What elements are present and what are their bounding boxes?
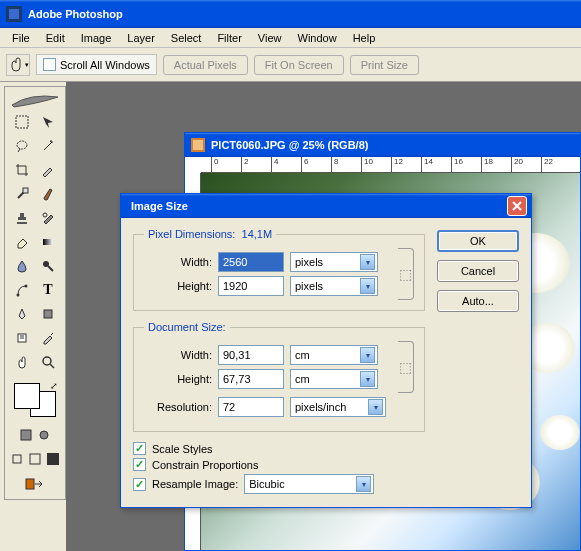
doc-width-unit-select[interactable]: cm ▾ [290,345,378,365]
svg-rect-15 [13,455,21,463]
pen-tool[interactable] [10,303,34,325]
stamp-tool[interactable] [10,207,34,229]
document-size-group: Document Size: Width: cm ▾ [133,321,425,432]
marquee-tool[interactable] [10,111,34,133]
doc-height-unit-select[interactable]: cm ▾ [290,369,378,389]
feather-icon [10,91,60,109]
pixel-width-unit-select[interactable]: pixels ▾ [290,252,378,272]
svg-point-5 [43,213,47,217]
doc-height-label: Height: [144,373,212,385]
checkbox-checked-icon: ✓ [133,458,146,471]
constrain-link-icon: ⬚ [398,248,414,300]
svg-point-9 [25,285,28,288]
document-icon [191,138,205,152]
menu-edit[interactable]: Edit [38,30,73,46]
dropdown-arrow-icon: ▾ [360,371,375,387]
swap-colors-icon[interactable]: ⤢ [50,381,58,391]
pixel-width-input[interactable] [218,252,284,272]
brush-tool[interactable] [36,183,60,205]
dialog-title: Image Size [131,200,188,212]
foreground-color-swatch[interactable] [14,383,40,409]
menu-select[interactable]: Select [163,30,210,46]
menu-help[interactable]: Help [345,30,384,46]
svg-rect-20 [193,140,203,150]
screen-mode-2[interactable] [27,451,43,467]
menu-bar: File Edit Image Layer Select Filter View… [0,28,581,48]
svg-rect-1 [9,9,19,19]
app-icon [6,6,22,22]
menu-image[interactable]: Image [73,30,120,46]
menu-view[interactable]: View [250,30,290,46]
screen-modes [18,427,52,443]
cancel-button[interactable]: Cancel [437,260,519,282]
horizontal-ruler: 0 2 4 6 8 10 12 14 16 18 20 22 [201,157,580,173]
doc-width-input[interactable] [218,345,284,365]
resolution-input[interactable] [218,397,284,417]
actual-pixels-button[interactable]: Actual Pixels [163,55,248,75]
menu-window[interactable]: Window [290,30,345,46]
crop-tool[interactable] [10,159,34,181]
print-size-button[interactable]: Print Size [350,55,419,75]
scroll-all-label: Scroll All Windows [60,59,150,71]
tool-palette: T ⤢ [4,86,66,500]
app-title: Adobe Photoshop [28,8,123,20]
move-tool[interactable] [36,111,60,133]
pixel-height-input[interactable] [218,276,284,296]
svg-point-14 [40,431,48,439]
doc-width-label: Width: [144,349,212,361]
close-button[interactable] [507,196,527,216]
pixel-width-label: Width: [144,256,212,268]
constrain-proportions-checkbox[interactable]: ✓ Constrain Proportions [133,458,425,471]
resample-method-select[interactable]: Bicubic ▾ [244,474,374,494]
dropdown-arrow-icon: ▾ [360,254,375,270]
dropdown-arrow-icon: ▾ [368,399,383,415]
screen-mode-1[interactable] [9,451,25,467]
dropdown-arrow-icon: ▾ [360,278,375,294]
zoom-tool[interactable] [36,351,60,373]
menu-layer[interactable]: Layer [119,30,163,46]
wand-tool[interactable] [36,135,60,157]
slice-tool[interactable] [36,159,60,181]
quickmask-mode-icon[interactable] [36,427,52,443]
lasso-tool[interactable] [10,135,34,157]
hand-tool-preset-icon[interactable]: ▾ [6,54,30,76]
resolution-unit-select[interactable]: pixels/inch ▾ [290,397,386,417]
scale-styles-checkbox[interactable]: ✓ Scale Styles [133,442,425,455]
shape-tool[interactable] [36,303,60,325]
notes-tool[interactable] [10,327,34,349]
image-size-dialog: Image Size Pixel Dimensions: 14,1M Width… [120,193,532,508]
svg-rect-16 [30,454,40,464]
pixel-height-unit-select[interactable]: pixels ▾ [290,276,378,296]
scroll-all-windows-checkbox[interactable]: Scroll All Windows [36,54,157,75]
standard-mode-icon[interactable] [18,427,34,443]
dodge-tool[interactable] [36,255,60,277]
healing-tool[interactable] [10,183,34,205]
svg-rect-2 [16,116,28,128]
type-tool[interactable]: T [36,279,60,301]
document-size-legend: Document Size: [144,321,230,333]
pixel-dimensions-legend: Pixel Dimensions: 14,1M [144,228,276,240]
pixel-dimensions-group: Pixel Dimensions: 14,1M Width: pixels ▾ [133,228,425,311]
auto-button[interactable]: Auto... [437,290,519,312]
doc-height-input[interactable] [218,369,284,389]
color-swatches[interactable]: ⤢ [12,381,58,419]
gradient-tool[interactable] [36,231,60,253]
jump-to-imageready-icon[interactable] [23,473,47,495]
history-brush-tool[interactable] [36,207,60,229]
blur-tool[interactable] [10,255,34,277]
hand-tool[interactable] [10,351,34,373]
eyedropper-tool[interactable] [36,327,60,349]
fit-on-screen-button[interactable]: Fit On Screen [254,55,344,75]
dialog-title-bar[interactable]: Image Size [121,194,531,218]
path-tool[interactable] [10,279,34,301]
screen-mode-3[interactable] [45,451,61,467]
constrain-link-icon: ⬚ [398,341,414,393]
menu-file[interactable]: File [4,30,38,46]
ok-button[interactable]: OK [437,230,519,252]
resample-image-checkbox[interactable]: ✓ Resample Image: Bicubic ▾ [133,474,425,494]
eraser-tool[interactable] [10,231,34,253]
menu-filter[interactable]: Filter [209,30,249,46]
dialog-body: Pixel Dimensions: 14,1M Width: pixels ▾ [121,218,531,507]
svg-point-3 [17,141,27,149]
application-window: Adobe Photoshop File Edit Image Layer Se… [0,0,581,551]
